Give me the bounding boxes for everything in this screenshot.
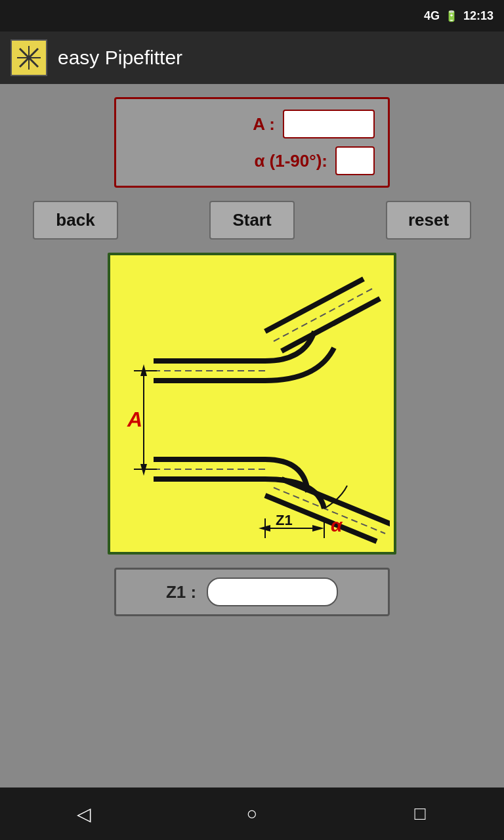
input-row-a: A : xyxy=(129,110,375,138)
svg-text:Z1: Z1 xyxy=(276,512,293,528)
back-button[interactable]: back xyxy=(33,201,118,240)
button-row: back Start reset xyxy=(26,201,478,240)
main-content: A : α (1-90°): back Start reset xyxy=(0,84,504,788)
app-logo xyxy=(10,39,47,76)
clock: 12:13 xyxy=(463,9,494,23)
input-row-alpha: α (1-90°): xyxy=(129,146,375,175)
nav-home-icon[interactable]: ○ xyxy=(232,794,272,833)
label-alpha: α (1-90°): xyxy=(254,151,327,171)
network-indicator: 4G xyxy=(424,9,440,23)
nav-back-icon[interactable]: ◁ xyxy=(64,794,104,833)
result-panel: Z1 : xyxy=(114,568,390,616)
battery-icon: 🔋 xyxy=(445,10,458,22)
diagram-container: A Z1 α xyxy=(108,253,396,555)
title-bar: easy Pipefitter xyxy=(0,32,504,84)
svg-text:α: α xyxy=(331,515,343,536)
pipe-diagram: A Z1 α xyxy=(114,259,390,548)
app-title: easy Pipefitter xyxy=(58,47,182,69)
label-a: A : xyxy=(253,114,275,135)
status-bar: 4G 🔋 12:13 xyxy=(0,0,504,32)
input-a[interactable] xyxy=(283,110,375,138)
start-button[interactable]: Start xyxy=(209,201,295,240)
input-panel: A : α (1-90°): xyxy=(114,97,390,188)
nav-bar: ◁ ○ □ xyxy=(0,788,504,840)
input-alpha[interactable] xyxy=(335,146,375,175)
label-z1-result: Z1 : xyxy=(166,582,196,602)
reset-button[interactable]: reset xyxy=(386,201,471,240)
result-z1-field[interactable] xyxy=(207,578,338,606)
nav-recents-icon[interactable]: □ xyxy=(400,794,440,833)
svg-text:A: A xyxy=(127,408,142,431)
